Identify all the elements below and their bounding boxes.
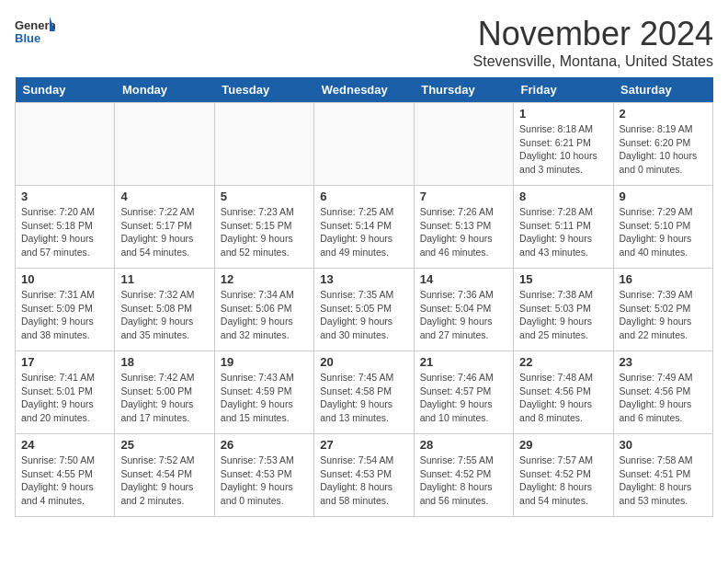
calendar-cell: 27Sunrise: 7:54 AM Sunset: 4:53 PM Dayli…: [314, 434, 414, 517]
calendar-cell: [314, 103, 414, 186]
day-number: 2: [620, 107, 707, 121]
day-info: Sunrise: 7:23 AM Sunset: 5:15 PM Dayligh…: [221, 205, 308, 259]
day-number: 23: [620, 355, 707, 369]
day-number: 8: [519, 190, 607, 203]
day-number: 22: [519, 355, 607, 369]
calendar-cell: 1Sunrise: 8:18 AM Sunset: 6:21 PM Daylig…: [514, 103, 613, 186]
day-number: 14: [420, 272, 507, 286]
day-info: Sunrise: 7:41 AM Sunset: 5:01 PM Dayligh…: [21, 371, 108, 425]
day-number: 5: [221, 190, 308, 203]
calendar-cell: 15Sunrise: 7:38 AM Sunset: 5:03 PM Dayli…: [514, 269, 613, 351]
day-info: Sunrise: 7:36 AM Sunset: 5:04 PM Dayligh…: [420, 288, 507, 342]
calendar-cell: 17Sunrise: 7:41 AM Sunset: 5:01 PM Dayli…: [16, 351, 115, 434]
day-header-monday: Monday: [115, 77, 214, 103]
page-header: General Blue November 2024 Stevensville,…: [15, 15, 713, 70]
day-number: 21: [420, 355, 507, 369]
day-info: Sunrise: 7:22 AM Sunset: 5:17 PM Dayligh…: [120, 205, 208, 259]
day-header-thursday: Thursday: [414, 77, 513, 103]
title-area: November 2024 Stevensville, Montana, Uni…: [473, 15, 713, 70]
calendar-cell: 5Sunrise: 7:23 AM Sunset: 5:15 PM Daylig…: [214, 186, 313, 269]
day-info: Sunrise: 7:26 AM Sunset: 5:13 PM Dayligh…: [420, 205, 507, 259]
day-info: Sunrise: 7:38 AM Sunset: 5:03 PM Dayligh…: [519, 288, 607, 342]
day-info: Sunrise: 7:58 AM Sunset: 4:51 PM Dayligh…: [620, 454, 707, 508]
calendar-cell: 6Sunrise: 7:25 AM Sunset: 5:14 PM Daylig…: [314, 186, 414, 269]
calendar-cell: 12Sunrise: 7:34 AM Sunset: 5:06 PM Dayli…: [214, 269, 313, 351]
calendar-cell: 24Sunrise: 7:50 AM Sunset: 4:55 PM Dayli…: [16, 434, 115, 517]
day-number: 1: [519, 107, 607, 121]
day-number: 7: [420, 190, 507, 203]
calendar-week-1: 1Sunrise: 8:18 AM Sunset: 6:21 PM Daylig…: [16, 103, 713, 186]
day-number: 11: [120, 272, 208, 286]
calendar-cell: 25Sunrise: 7:52 AM Sunset: 4:54 PM Dayli…: [115, 434, 214, 517]
calendar-cell: 10Sunrise: 7:31 AM Sunset: 5:09 PM Dayli…: [16, 269, 115, 351]
day-number: 26: [221, 438, 308, 452]
svg-text:General: General: [15, 18, 55, 32]
calendar-cell: 4Sunrise: 7:22 AM Sunset: 5:17 PM Daylig…: [115, 186, 214, 269]
day-info: Sunrise: 8:19 AM Sunset: 6:20 PM Dayligh…: [620, 122, 707, 177]
day-info: Sunrise: 7:39 AM Sunset: 5:02 PM Dayligh…: [620, 288, 707, 342]
day-number: 16: [620, 272, 707, 286]
day-info: Sunrise: 7:34 AM Sunset: 5:06 PM Dayligh…: [221, 288, 308, 342]
day-number: 20: [320, 355, 407, 369]
calendar-week-4: 17Sunrise: 7:41 AM Sunset: 5:01 PM Dayli…: [16, 351, 713, 434]
calendar-cell: 3Sunrise: 7:20 AM Sunset: 5:18 PM Daylig…: [16, 186, 115, 269]
day-info: Sunrise: 7:53 AM Sunset: 4:53 PM Dayligh…: [221, 454, 308, 508]
calendar-cell: 2Sunrise: 8:19 AM Sunset: 6:20 PM Daylig…: [613, 103, 712, 186]
day-info: Sunrise: 7:35 AM Sunset: 5:05 PM Dayligh…: [320, 288, 407, 342]
day-info: Sunrise: 7:29 AM Sunset: 5:10 PM Dayligh…: [620, 205, 707, 259]
day-number: 3: [21, 190, 108, 203]
day-info: Sunrise: 8:18 AM Sunset: 6:21 PM Dayligh…: [519, 122, 607, 177]
day-info: Sunrise: 7:43 AM Sunset: 4:59 PM Dayligh…: [221, 371, 308, 425]
day-number: 15: [519, 272, 607, 286]
day-number: 6: [320, 190, 407, 203]
day-info: Sunrise: 7:28 AM Sunset: 5:11 PM Dayligh…: [519, 205, 607, 259]
day-info: Sunrise: 7:20 AM Sunset: 5:18 PM Dayligh…: [21, 205, 108, 259]
calendar-cell: 20Sunrise: 7:45 AM Sunset: 4:58 PM Dayli…: [314, 351, 414, 434]
month-title: November 2024: [473, 15, 713, 53]
day-number: 9: [620, 190, 707, 203]
day-number: 12: [221, 272, 308, 286]
logo-svg: General Blue: [15, 15, 55, 52]
day-info: Sunrise: 7:50 AM Sunset: 4:55 PM Dayligh…: [21, 454, 108, 508]
calendar-cell: 22Sunrise: 7:48 AM Sunset: 4:56 PM Dayli…: [514, 351, 613, 434]
calendar-cell: 9Sunrise: 7:29 AM Sunset: 5:10 PM Daylig…: [613, 186, 712, 269]
day-header-tuesday: Tuesday: [214, 77, 313, 103]
day-number: 10: [21, 272, 108, 286]
day-number: 30: [620, 438, 707, 452]
calendar-cell: [16, 103, 115, 186]
calendar-header-row: SundayMondayTuesdayWednesdayThursdayFrid…: [16, 77, 713, 103]
day-number: 28: [420, 438, 507, 452]
calendar-cell: 28Sunrise: 7:55 AM Sunset: 4:52 PM Dayli…: [414, 434, 513, 517]
calendar-cell: [414, 103, 513, 186]
calendar-cell: 16Sunrise: 7:39 AM Sunset: 5:02 PM Dayli…: [613, 269, 712, 351]
calendar-cell: [214, 103, 313, 186]
day-number: 13: [320, 272, 407, 286]
day-number: 4: [120, 190, 208, 203]
day-info: Sunrise: 7:49 AM Sunset: 4:56 PM Dayligh…: [620, 371, 707, 425]
calendar-cell: 7Sunrise: 7:26 AM Sunset: 5:13 PM Daylig…: [414, 186, 513, 269]
calendar-week-3: 10Sunrise: 7:31 AM Sunset: 5:09 PM Dayli…: [16, 269, 713, 351]
day-info: Sunrise: 7:48 AM Sunset: 4:56 PM Dayligh…: [519, 371, 607, 425]
calendar-cell: 21Sunrise: 7:46 AM Sunset: 4:57 PM Dayli…: [414, 351, 513, 434]
day-number: 27: [320, 438, 407, 452]
calendar-week-2: 3Sunrise: 7:20 AM Sunset: 5:18 PM Daylig…: [16, 186, 713, 269]
day-number: 18: [120, 355, 208, 369]
location-title: Stevensville, Montana, United States: [473, 53, 713, 70]
day-number: 25: [120, 438, 208, 452]
day-info: Sunrise: 7:31 AM Sunset: 5:09 PM Dayligh…: [21, 288, 108, 342]
calendar-cell: 14Sunrise: 7:36 AM Sunset: 5:04 PM Dayli…: [414, 269, 513, 351]
day-header-wednesday: Wednesday: [314, 77, 414, 103]
calendar-cell: 23Sunrise: 7:49 AM Sunset: 4:56 PM Dayli…: [613, 351, 712, 434]
calendar-cell: 11Sunrise: 7:32 AM Sunset: 5:08 PM Dayli…: [115, 269, 214, 351]
day-info: Sunrise: 7:52 AM Sunset: 4:54 PM Dayligh…: [120, 454, 208, 508]
day-header-saturday: Saturday: [613, 77, 712, 103]
logo: General Blue: [15, 15, 55, 52]
day-info: Sunrise: 7:25 AM Sunset: 5:14 PM Dayligh…: [320, 205, 407, 259]
day-info: Sunrise: 7:46 AM Sunset: 4:57 PM Dayligh…: [420, 371, 507, 425]
day-number: 24: [21, 438, 108, 452]
calendar-cell: 26Sunrise: 7:53 AM Sunset: 4:53 PM Dayli…: [214, 434, 313, 517]
calendar-cell: 30Sunrise: 7:58 AM Sunset: 4:51 PM Dayli…: [613, 434, 712, 517]
day-info: Sunrise: 7:42 AM Sunset: 5:00 PM Dayligh…: [120, 371, 208, 425]
day-header-friday: Friday: [514, 77, 613, 103]
day-info: Sunrise: 7:55 AM Sunset: 4:52 PM Dayligh…: [420, 454, 507, 508]
